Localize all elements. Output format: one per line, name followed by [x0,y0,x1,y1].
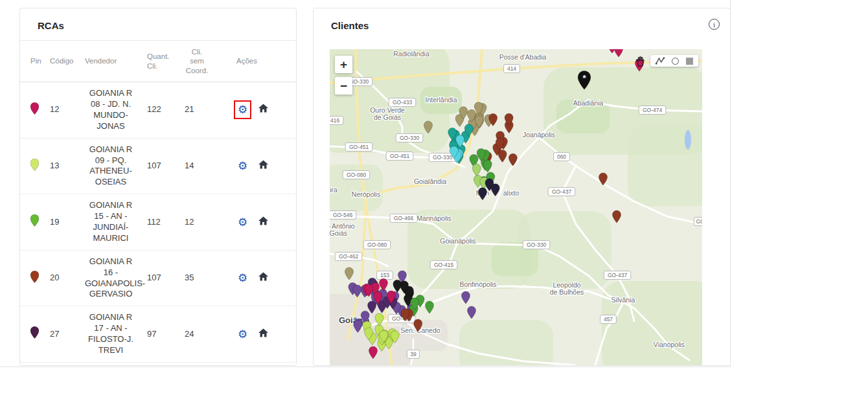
rca-cli-sem-coord: 12 [179,194,220,251]
info-icon[interactable]: i [709,19,720,30]
place-label: Goialândia [414,177,446,185]
clientes-panel: Clientes i [313,8,731,366]
home-button[interactable] [258,216,268,229]
place-label: Vianópolis [654,341,685,348]
draw-tools-bar [650,55,698,67]
client-pin[interactable] [393,280,402,292]
settings-gear-button[interactable]: ⚙ [238,104,247,115]
rca-pin-cell [20,82,47,139]
client-pin[interactable] [483,160,492,172]
rca-pin-icon [30,271,39,283]
rca-row: 19 GOIANIA R 15 - AN - JUNDIAÍ-MAURICI 1… [20,194,296,251]
road-badge: GO-462 [339,253,359,260]
client-pin[interactable] [613,210,621,223]
road-badge: 153 [380,272,389,278]
rca-acoes: ⚙ [220,362,296,366]
rca-quant-cli: 122 [143,82,179,139]
rcas-table: Pin Código Vendedor Quant. Cli. Cli. sem… [20,41,296,366]
client-pin[interactable] [615,49,623,57]
rca-quant-cli: 107 [143,138,179,194]
rca-cli-sem-coord: 18 [179,362,220,366]
road-badge: GO-080 [347,172,367,178]
rca-acoes: ⚙ [220,306,296,363]
client-pin[interactable] [472,164,481,176]
road-badge: GO-415 [434,262,454,268]
client-pin[interactable] [491,184,499,196]
rca-cli-sem-coord: 14 [179,138,220,194]
client-pin[interactable] [345,267,354,280]
road-badge: GO [696,218,702,225]
rca-codigo: 12 [47,82,78,139]
col-pin: Pin [20,41,47,82]
svg-text:*: * [582,73,586,83]
col-quant-cli: Quant. Cli. [143,41,179,82]
client-pin[interactable] [599,173,608,185]
pan-hand-icon[interactable] [635,56,646,67]
road-badge: GO-466 [394,215,414,221]
col-vendedor: Vendedor [78,41,143,82]
rca-pin-icon [30,102,39,115]
home-button[interactable] [258,328,268,341]
client-pin[interactable] [478,188,486,200]
place-label: Interlândia [425,96,457,104]
col-acoes: Ações [220,41,296,82]
zoom-out-button[interactable]: − [335,77,352,95]
rca-vendedor: GOIANIA R 15 - AN - JUNDIAÍ-MAURICI [78,194,143,251]
rca-pin-icon [30,326,39,339]
rca-quant-cli: 112 [143,362,179,366]
rca-vendedor: GOIANIA R 23 - AN - CENTRO-ROSANA [78,362,143,366]
rca-cli-sem-coord: 24 [179,306,220,363]
home-button[interactable] [258,272,268,284]
zoom-in-button[interactable]: + [335,56,352,73]
settings-gear-button[interactable]: ⚙ [238,273,247,284]
home-button[interactable] [258,160,268,172]
place-label: Radiolândia [393,50,429,58]
col-cli-sem-coord: Cli. sem Coord. [179,41,220,82]
client-pin[interactable] [468,306,476,319]
place-label: Bonfinópolis [459,280,496,288]
rca-vendedor: GOIANIA R 09 - PQ. ATHENEU-OSEIAS [78,138,143,194]
settings-gear-button[interactable]: ⚙ [238,217,247,228]
rca-vendedor: GOIANIA R 16 - GOIANAPOLIS-GERVASIO [78,250,143,306]
client-pin[interactable] [462,291,470,304]
draw-rectangle-icon[interactable] [686,58,693,65]
place-label: Marinápolis [417,214,451,222]
road-badge: GO-474 [643,107,663,113]
rca-cli-sem-coord: 21 [179,82,220,139]
rca-row: 20 GOIANIA R 16 - GOIANAPOLIS-GERVASIO 1… [20,250,296,306]
road-badge: GO-330 [400,135,420,141]
rca-codigo: 19 [47,194,78,251]
col-codigo: Código [47,41,78,82]
road-badge: GO-437 [608,272,628,278]
place-label: Goianira [330,186,337,194]
clients-map[interactable]: GO-330414GO-433GO-474GO-416GO-330GO-451G… [330,49,702,365]
draw-polygon-icon[interactable] [656,57,665,65]
rca-acoes: ⚙ [220,250,296,306]
rca-pin-cell [20,194,47,251]
client-pin[interactable] [425,301,433,313]
rca-row: 27 GOIANIA R 17 - AN - FILOSTO-J. TREVI … [20,306,296,363]
rca-pin-cell [20,250,47,306]
settings-gear-button[interactable]: ⚙ [238,329,247,340]
home-button[interactable] [258,104,268,116]
rca-quant-cli: 112 [143,194,179,251]
rca-row: 13 GOIANIA R 09 - PQ. ATHENEU-OSEIAS 107… [20,138,296,194]
road-badge: GO-330 [527,242,547,248]
rca-codigo: 13 [47,138,78,194]
place-label: Goianápolis [440,237,475,245]
map-canvas[interactable]: GO-330414GO-433GO-474GO-416GO-330GO-451G… [330,49,702,365]
rca-codigo: 32 [47,362,78,366]
place-label: Silvânia [611,296,635,304]
draw-circle-icon[interactable] [672,58,679,65]
road-badge: GO-433 [393,99,413,106]
settings-gear-button[interactable]: ⚙ [238,161,247,172]
clientes-title: Clientes [314,8,730,40]
road-badge: GO-416 [330,117,339,124]
rca-pin-cell [20,138,47,194]
place-label: Santo Antôniode Goiás [330,222,355,237]
rca-acoes: ⚙ [220,82,296,139]
place-label: Ouro Verdede Goiás [370,106,405,121]
rca-row: 12 GOIANIA R 08 - JD. N. MUNDO-JONAS 122… [20,82,296,139]
rca-pin-cell [20,362,47,366]
rca-codigo: 20 [47,250,78,306]
